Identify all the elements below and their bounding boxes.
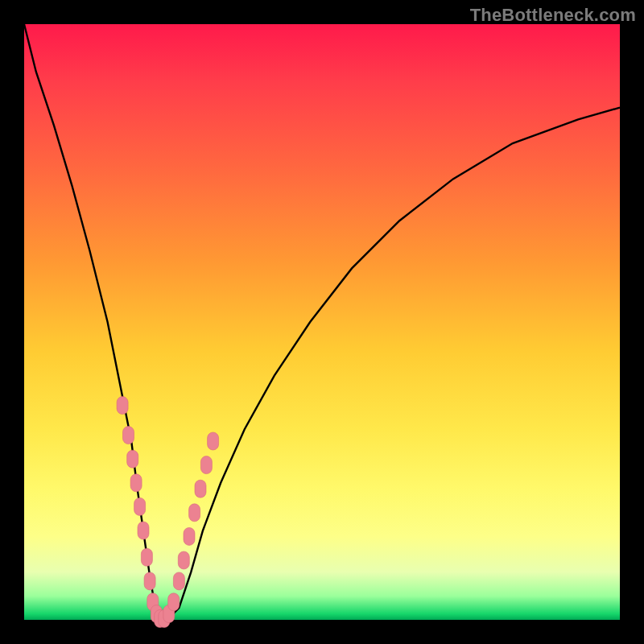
sample-marker xyxy=(134,497,146,515)
sample-marker xyxy=(123,427,134,444)
watermark-text: TheBottleneck.com xyxy=(470,5,636,26)
sample-marker xyxy=(173,572,184,590)
sample-marker xyxy=(178,551,189,569)
sample-marker xyxy=(168,593,180,611)
sample-marker xyxy=(208,432,219,450)
sample-marker xyxy=(200,456,212,474)
sample-marker xyxy=(117,397,128,415)
sample-marker xyxy=(144,572,155,590)
sample-marker xyxy=(127,450,138,468)
sample-marker xyxy=(189,504,200,522)
sample-marker xyxy=(195,480,206,497)
bottleneck-curve xyxy=(24,24,620,620)
sample-marker xyxy=(141,548,152,566)
sample-marker xyxy=(184,527,195,545)
sample-marker xyxy=(130,474,142,492)
chart-svg xyxy=(0,0,644,644)
sample-marker xyxy=(138,522,149,539)
marker-group xyxy=(117,397,219,628)
